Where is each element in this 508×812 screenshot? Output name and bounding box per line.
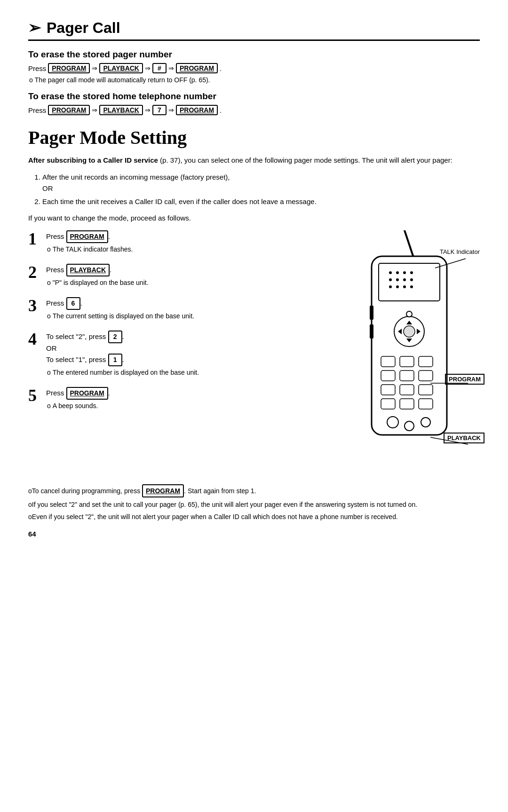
svg-point-14 <box>410 285 413 288</box>
svg-rect-31 <box>400 385 414 395</box>
key-sequence-erase-pager: Press PROGRAM ⇒ PLAYBACK ⇒ # ⇒ PROGRAM . <box>28 63 480 73</box>
intro-bold: After subscribing to a Caller ID service <box>28 156 158 164</box>
intro-rest: (p. 37), you can select one of the follo… <box>158 156 452 164</box>
step-4: 4 To select "2", press 2. OR To select "… <box>28 331 339 380</box>
svg-rect-16 <box>370 324 373 339</box>
svg-point-13 <box>403 285 406 288</box>
svg-rect-29 <box>419 371 433 381</box>
footer-note-3: oEven if you select "2", the unit will n… <box>28 512 480 522</box>
svg-point-12 <box>396 285 399 288</box>
steps-area: 1 Press PROGRAM. The TALK indicator flas… <box>28 230 480 475</box>
if-paragraph: If you want to change the mode, proceed … <box>28 214 480 222</box>
key-program-1: PROGRAM <box>48 63 90 73</box>
pager-call-section: ➢ Pager Call To erase the stored pager n… <box>28 19 480 115</box>
footer-notes: oTo cancel during programming, press PRO… <box>28 484 480 522</box>
step-4-note: The entered number is displayed on the b… <box>47 368 339 378</box>
pager-call-heading: Pager Call <box>47 19 120 37</box>
svg-point-37 <box>405 421 414 431</box>
svg-line-0 <box>405 230 414 259</box>
footer-note-1: oTo cancel during programming, press PRO… <box>28 484 480 497</box>
arrow-1: ⇒ <box>92 64 97 72</box>
svg-rect-28 <box>400 371 414 381</box>
svg-point-9 <box>403 278 406 281</box>
pager-call-title: ➢ Pager Call <box>28 19 480 37</box>
key-hash: # <box>152 63 167 73</box>
svg-point-36 <box>387 417 398 428</box>
seq-prefix: Press <box>28 64 46 72</box>
step-3-number: 3 <box>28 297 41 314</box>
fn3-bullet: o <box>28 513 32 520</box>
step-2-note: "P" is displayed on the base unit. <box>47 278 339 288</box>
svg-rect-32 <box>419 385 433 395</box>
key-program-4: PROGRAM <box>176 105 218 115</box>
step-2-action: Press PLAYBACK. <box>46 264 339 276</box>
subsection-erase-pager-title: To erase the stored pager number <box>28 49 480 60</box>
fn2-bullet: o <box>28 501 32 508</box>
arrow-5: ⇒ <box>145 106 151 114</box>
svg-rect-27 <box>381 371 395 381</box>
step-1-note: The TALK indicator flashes. <box>47 244 339 254</box>
fn1-bullet: o <box>28 487 32 495</box>
svg-point-38 <box>421 418 430 427</box>
svg-point-3 <box>389 271 392 274</box>
step-4-number: 4 <box>28 331 41 347</box>
svg-rect-34 <box>400 399 414 409</box>
step-5-number: 5 <box>28 387 41 404</box>
key-1-step4: 1 <box>108 354 122 366</box>
svg-rect-33 <box>381 399 395 409</box>
step-4-action-a: To select "2", press 2. <box>46 331 339 343</box>
svg-rect-25 <box>400 356 414 367</box>
step-3: 3 Press 6. The current setting is displa… <box>28 297 339 323</box>
step-5: 5 Press PROGRAM. A beep sounds. <box>28 387 339 413</box>
talk-indicator-label: TALK Indicator <box>440 248 480 255</box>
subsection-erase-home-title: To erase the stored home telephone numbe… <box>28 91 480 102</box>
key-2-step4: 2 <box>108 331 122 343</box>
key-program-step5: PROGRAM <box>66 387 108 400</box>
svg-point-8 <box>396 278 399 281</box>
step-4-content: To select "2", press 2. OR To select "1"… <box>46 331 339 380</box>
key-program-fn1: PROGRAM <box>142 484 184 497</box>
step-1-action: Press PROGRAM. <box>46 230 339 243</box>
svg-rect-30 <box>381 385 395 395</box>
key-playback-2: PLAYBACK <box>99 105 143 115</box>
step-5-note: A beep sounds. <box>47 401 339 411</box>
list-item-1: After the unit records an incoming messa… <box>42 172 480 194</box>
svg-point-5 <box>403 271 406 274</box>
subsection-erase-home: To erase the stored home telephone numbe… <box>28 91 480 115</box>
playback-label: PLAYBACK <box>444 433 484 443</box>
program-label: PROGRAM <box>445 374 484 385</box>
svg-rect-35 <box>419 399 433 409</box>
pager-mode-title: Pager Mode Setting <box>28 126 480 149</box>
step-3-note: The current setting is displayed on the … <box>47 311 339 321</box>
intro-paragraph: After subscribing to a Caller ID service… <box>28 155 480 166</box>
svg-point-11 <box>389 285 392 288</box>
steps-column: 1 Press PROGRAM. The TALK indicator flas… <box>28 230 339 475</box>
seq-prefix-2: Press <box>28 106 46 114</box>
seq-period-2: . <box>220 106 222 114</box>
step-2-content: Press PLAYBACK. "P" is displayed on the … <box>46 264 339 290</box>
step-2-number: 2 <box>28 264 41 281</box>
arrow-6: ⇒ <box>168 106 174 114</box>
svg-point-6 <box>410 271 413 274</box>
section-divider <box>28 39 480 41</box>
key-7: 7 <box>152 105 167 115</box>
key-playback-1: PLAYBACK <box>99 63 143 73</box>
svg-rect-26 <box>419 356 433 367</box>
key-playback-step2: PLAYBACK <box>66 264 110 276</box>
step-3-content: Press 6. The current setting is displaye… <box>46 297 339 323</box>
key-program-3: PROGRAM <box>48 105 90 115</box>
arrow-3: ⇒ <box>168 64 174 72</box>
step-5-content: Press PROGRAM. A beep sounds. <box>46 387 339 413</box>
svg-point-7 <box>389 278 392 281</box>
arrow-4: ⇒ <box>92 106 97 114</box>
step-1: 1 Press PROGRAM. The TALK indicator flas… <box>28 230 339 256</box>
step-3-action: Press 6. <box>46 297 339 310</box>
page-number: 64 <box>28 530 480 538</box>
svg-rect-15 <box>370 306 373 320</box>
step-1-content: Press PROGRAM. The TALK indicator flashe… <box>46 230 339 256</box>
footer-note-2: oIf you select "2" and set the unit to c… <box>28 499 480 510</box>
arrow-2: ⇒ <box>145 64 151 72</box>
svg-point-4 <box>396 271 399 274</box>
arrow-icon: ➢ <box>28 19 41 37</box>
subsection-erase-pager: To erase the stored pager number Press P… <box>28 49 480 84</box>
